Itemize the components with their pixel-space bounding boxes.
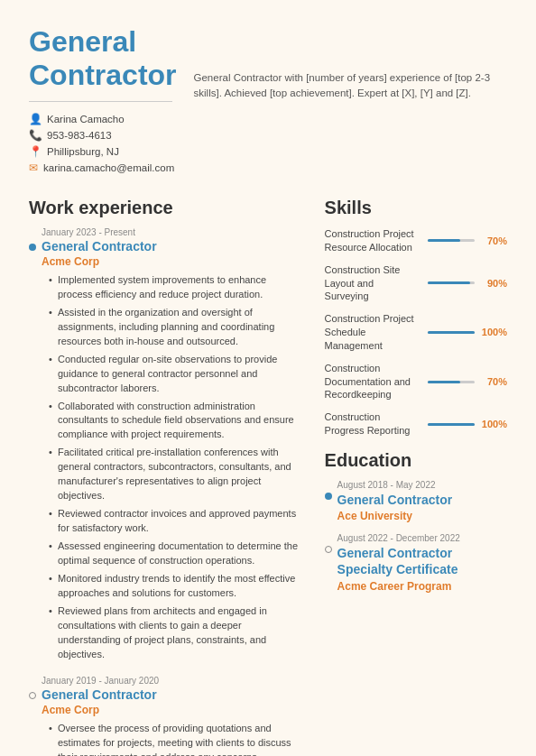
contact-name: Karina Camacho (47, 114, 125, 124)
edu-dot-2 (325, 546, 332, 553)
contact-section: 👤 Karina Camacho 📞 953-983-4613 📍 Philli… (29, 113, 172, 174)
job-entry-1: January 2023 - Present General Contracto… (29, 227, 303, 661)
job-bullets-2: Oversee the process of providing quotati… (42, 722, 303, 756)
email-icon: ✉ (29, 161, 38, 174)
skill-label-4: Construction Progress Reporting (325, 410, 420, 438)
skill-pct-1: 90% (480, 278, 507, 289)
skill-bar-4: 100% (428, 419, 507, 429)
skill-bar-fill-0 (428, 239, 461, 242)
skill-label-0: Construction Project Resource Allocation (325, 227, 420, 254)
skill-label-1: Construction Site Layout and Surveying (325, 263, 420, 304)
contact-email-row: ✉ karina.camacho@email.com (29, 161, 172, 174)
skill-row-3: Construction Documentation and Recordkee… (325, 362, 507, 402)
edu-dot-1 (325, 493, 332, 500)
education-title: Education (325, 450, 507, 471)
skill-bar-3: 70% (428, 376, 507, 387)
skill-pct-3: 70% (480, 376, 507, 387)
summary-text: General Contractor with [number of years… (194, 70, 507, 102)
skill-label-2: Construction Project Schedule Management (325, 312, 420, 353)
bullet-1-3: Collaborated with construction administr… (49, 400, 303, 443)
skill-pct-2: 100% (480, 327, 507, 337)
edu-title-2: General Contractor Specialty Certificate (337, 545, 507, 577)
edu-date-2: August 2022 - December 2022 (337, 533, 507, 543)
header-section: General Contractor 👤 Karina Camacho 📞 95… (29, 25, 507, 180)
skills-title: Skills (325, 198, 507, 218)
contact-location: Phillipsburg, NJ (47, 146, 119, 157)
skill-label-3: Construction Documentation and Recordkee… (325, 362, 420, 402)
skill-bar-2: 100% (428, 327, 507, 337)
skill-row-0: Construction Project Resource Allocation… (325, 227, 507, 254)
job-title-1: General Contractor (42, 239, 303, 254)
right-column: Skills Construction Project Resource All… (325, 196, 507, 756)
job-company-2: Acme Corp (42, 704, 303, 716)
left-column: Work experience January 2023 - Present G… (29, 196, 303, 756)
job-dot-1 (29, 244, 36, 251)
skill-row-4: Construction Progress Reporting 100% (325, 410, 507, 438)
edu-school-1: Ace University (337, 510, 507, 522)
main-layout: Work experience January 2023 - Present G… (29, 196, 507, 756)
bullet-1-1: Assisted in the organization and oversig… (49, 306, 303, 349)
skill-bar-bg-3 (428, 381, 475, 383)
contact-col: General Contractor 👤 Karina Camacho 📞 95… (29, 25, 172, 180)
skill-row-1: Construction Site Layout and Surveying 9… (325, 263, 507, 304)
bullet-1-2: Conducted regular on-site observations t… (49, 353, 303, 396)
skill-bar-bg-0 (428, 239, 475, 242)
bullet-1-8: Reviewed plans from architects and engag… (49, 604, 303, 662)
edu-entry-1: August 2018 - May 2022 General Contracto… (325, 480, 507, 522)
skill-bar-bg-2 (428, 331, 475, 334)
skills-section: Skills Construction Project Resource All… (325, 198, 507, 438)
edu-title-1: General Contractor (337, 492, 507, 508)
bullet-1-6: Assessed engineering documentation to de… (49, 539, 303, 568)
phone-icon: 📞 (29, 129, 42, 142)
contact-phone-row: 📞 953-983-4613 (29, 129, 172, 142)
edu-date-1: August 2018 - May 2022 (337, 480, 507, 490)
job-entry-2: January 2019 - January 2020 General Cont… (29, 676, 303, 756)
skill-bar-1: 90% (428, 278, 507, 289)
skill-bar-bg-1 (428, 281, 475, 284)
contact-phone: 953-983-4613 (47, 130, 112, 141)
contact-name-row: 👤 Karina Camacho (29, 113, 172, 125)
job-title-2: General Contractor (42, 687, 303, 702)
person-icon: 👤 (29, 113, 42, 125)
job-date-1: January 2023 - Present (42, 227, 303, 237)
skill-pct-4: 100% (480, 419, 507, 429)
page: General Contractor 👤 Karina Camacho 📞 95… (0, 0, 536, 756)
job-date-2: January 2019 - January 2020 (42, 676, 303, 686)
edu-school-2: Acme Career Program (337, 580, 507, 593)
skill-bar-bg-4 (428, 423, 475, 426)
skill-bar-fill-2 (428, 331, 475, 334)
edu-entry-2: August 2022 - December 2022 General Cont… (325, 533, 507, 592)
bullet-1-0: Implemented system improvements to enhan… (49, 273, 303, 302)
contact-location-row: 📍 Phillipsburg, NJ (29, 145, 172, 158)
job-dot-2 (29, 692, 36, 699)
education-section: Education August 2018 - May 2022 General… (325, 450, 507, 593)
skill-pct-0: 70% (480, 235, 507, 246)
skill-bar-0: 70% (428, 235, 507, 246)
job-bullets-1: Implemented system improvements to enhan… (42, 273, 303, 661)
bullet-1-5: Reviewed contractor invoices and approve… (49, 507, 303, 536)
skill-bar-fill-1 (428, 281, 470, 284)
job-company-1: Acme Corp (42, 255, 303, 268)
skill-bar-fill-3 (428, 381, 461, 383)
location-icon: 📍 (29, 145, 42, 158)
bullet-1-4: Facilitated critical pre-installation co… (49, 446, 303, 503)
summary-col: General Contractor with [number of years… (194, 25, 507, 180)
skill-row-2: Construction Project Schedule Management… (325, 312, 507, 353)
bullet-1-7: Monitored industry trends to identify th… (49, 572, 303, 601)
contact-email: karina.camacho@email.com (43, 162, 174, 173)
skill-bar-fill-4 (428, 423, 475, 426)
page-title: General Contractor (29, 25, 172, 92)
work-experience-title: Work experience (29, 198, 303, 218)
bullet-2-0: Oversee the process of providing quotati… (49, 722, 303, 756)
